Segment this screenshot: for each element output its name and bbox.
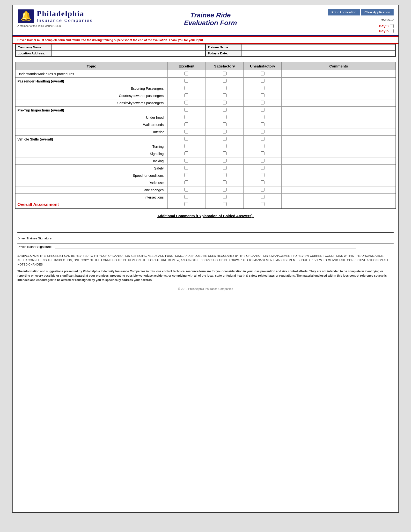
comments-input-16[interactable] [284, 188, 394, 192]
unsatisfactory-checkbox-11[interactable] [261, 151, 264, 155]
unsatisfactory-cell-15[interactable] [243, 179, 281, 186]
comments-cell-14[interactable] [282, 172, 396, 179]
comments-input-14[interactable] [284, 174, 394, 177]
satisfactory-cell-16[interactable] [206, 186, 243, 194]
comments-cell-2[interactable] [282, 85, 396, 92]
comments-input-13[interactable] [284, 166, 394, 170]
comments-cell-10[interactable] [282, 143, 396, 150]
excellent-checkbox-5[interactable] [185, 108, 188, 112]
comments-cell-13[interactable] [282, 165, 396, 172]
print-button[interactable]: Print Application [328, 9, 360, 16]
overall-comments[interactable] [282, 201, 396, 209]
comments-input-8[interactable] [284, 130, 394, 134]
excellent-checkbox-10[interactable] [185, 144, 188, 148]
excellent-cell-4[interactable] [168, 99, 206, 107]
excellent-checkbox-6[interactable] [185, 115, 188, 119]
satisfactory-checkbox-15[interactable] [223, 180, 226, 184]
excellent-checkbox-17[interactable] [185, 195, 188, 199]
satisfactory-checkbox-5[interactable] [223, 108, 226, 112]
unsatisfactory-cell-9[interactable] [243, 136, 281, 143]
comments-input-15[interactable] [284, 181, 394, 184]
satisfactory-checkbox-6[interactable] [223, 115, 226, 119]
satisfactory-cell-0[interactable] [206, 70, 243, 78]
satisfactory-cell-10[interactable] [206, 143, 243, 150]
satisfactory-checkbox-9[interactable] [223, 137, 226, 141]
comments-cell-12[interactable] [282, 157, 396, 165]
excellent-cell-5[interactable] [168, 107, 206, 114]
comments-input-1[interactable] [284, 79, 394, 83]
excellent-cell-2[interactable] [168, 85, 206, 92]
unsatisfactory-cell-13[interactable] [243, 165, 281, 172]
comments-cell-11[interactable] [282, 150, 396, 157]
excellent-cell-0[interactable] [168, 70, 206, 78]
excellent-checkbox-9[interactable] [185, 137, 188, 141]
satisfactory-cell-9[interactable] [206, 136, 243, 143]
satisfactory-cell-11[interactable] [206, 150, 243, 157]
comments-input-4[interactable] [284, 101, 394, 105]
comments-input-9[interactable] [284, 137, 394, 141]
unsatisfactory-checkbox-8[interactable] [261, 130, 264, 133]
comments-input-11[interactable] [284, 152, 394, 155]
company-name-input[interactable] [54, 46, 203, 49]
excellent-cell-8[interactable] [168, 128, 206, 136]
comments-input-6[interactable] [284, 116, 394, 119]
comments-cell-1[interactable] [282, 78, 396, 85]
satisfactory-cell-2[interactable] [206, 85, 243, 92]
satisfactory-cell-3[interactable] [206, 92, 243, 99]
comments-cell-7[interactable] [282, 121, 396, 128]
excellent-checkbox-13[interactable] [185, 166, 188, 170]
comments-input-3[interactable] [284, 94, 394, 97]
satisfactory-cell-13[interactable] [206, 165, 243, 172]
unsatisfactory-checkbox-13[interactable] [261, 166, 264, 170]
excellent-cell-1[interactable] [168, 78, 206, 85]
excellent-cell-10[interactable] [168, 143, 206, 150]
excellent-checkbox-15[interactable] [185, 180, 188, 184]
comments-cell-6[interactable] [282, 114, 396, 121]
satisfactory-checkbox-11[interactable] [223, 151, 226, 155]
unsatisfactory-cell-8[interactable] [243, 128, 281, 136]
satisfactory-checkbox-4[interactable] [223, 101, 226, 104]
satisfactory-cell-8[interactable] [206, 128, 243, 136]
comments-input-2[interactable] [284, 86, 394, 90]
overall-unsatisfactory[interactable] [243, 201, 281, 209]
unsatisfactory-checkbox-2[interactable] [261, 86, 264, 90]
excellent-cell-17[interactable] [168, 194, 206, 201]
excellent-checkbox-2[interactable] [185, 86, 188, 90]
satisfactory-checkbox-17[interactable] [223, 195, 226, 199]
excellent-checkbox-4[interactable] [185, 101, 188, 104]
unsatisfactory-cell-17[interactable] [243, 194, 281, 201]
satisfactory-checkbox-16[interactable] [223, 188, 226, 191]
excellent-cell-14[interactable] [168, 172, 206, 179]
comments-cell-8[interactable] [282, 128, 396, 136]
satisfactory-cell-15[interactable] [206, 179, 243, 186]
day3-checkbox[interactable] [390, 24, 394, 28]
excellent-cell-3[interactable] [168, 92, 206, 99]
unsatisfactory-cell-12[interactable] [243, 157, 281, 165]
satisfactory-cell-4[interactable] [206, 99, 243, 107]
location-address-input[interactable] [54, 51, 203, 55]
comments-input-10[interactable] [284, 145, 394, 148]
unsatisfactory-checkbox-17[interactable] [261, 195, 264, 199]
unsatisfactory-checkbox-12[interactable] [261, 159, 264, 162]
unsatisfactory-cell-10[interactable] [243, 143, 281, 150]
excellent-checkbox-3[interactable] [185, 93, 188, 97]
comments-cell-4[interactable] [282, 99, 396, 107]
unsatisfactory-checkbox-15[interactable] [261, 180, 264, 184]
unsatisfactory-checkbox-3[interactable] [261, 93, 264, 97]
unsatisfactory-cell-7[interactable] [243, 121, 281, 128]
excellent-cell-9[interactable] [168, 136, 206, 143]
excellent-checkbox-12[interactable] [185, 159, 188, 162]
comments-cell-3[interactable] [282, 92, 396, 99]
unsatisfactory-cell-0[interactable] [243, 70, 281, 78]
unsatisfactory-checkbox-10[interactable] [261, 144, 264, 148]
comments-cell-16[interactable] [282, 186, 396, 194]
satisfactory-checkbox-3[interactable] [223, 93, 226, 97]
excellent-cell-12[interactable] [168, 157, 206, 165]
comments-input-7[interactable] [284, 123, 394, 126]
unsatisfactory-cell-4[interactable] [243, 99, 281, 107]
satisfactory-cell-17[interactable] [206, 194, 243, 201]
unsatisfactory-checkbox-5[interactable] [261, 108, 264, 112]
unsatisfactory-cell-11[interactable] [243, 150, 281, 157]
excellent-cell-16[interactable] [168, 186, 206, 194]
satisfactory-checkbox-2[interactable] [223, 86, 226, 90]
